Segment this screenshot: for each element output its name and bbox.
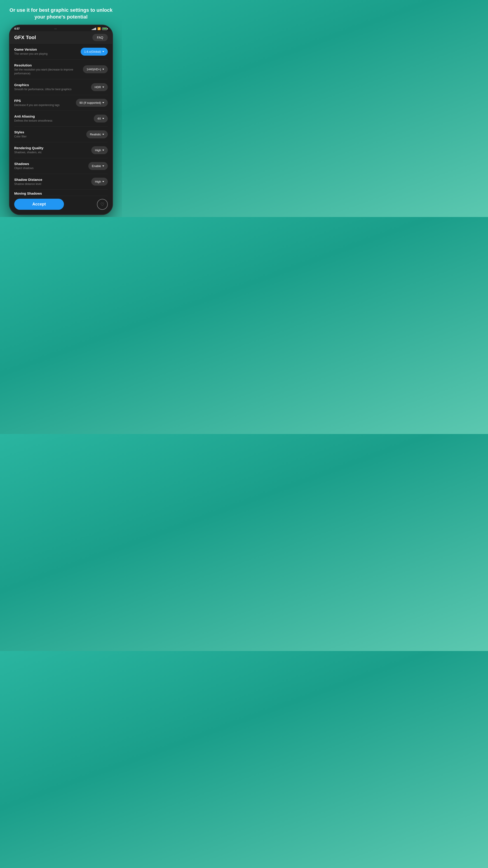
chevron-down-icon bbox=[102, 181, 104, 182]
setting-label-shadows: Shadows Object shadows bbox=[14, 162, 86, 170]
setting-title-shadows: Shadows bbox=[14, 162, 86, 166]
setting-label-graphics: Graphics Smooth for performance, Ultra f… bbox=[14, 83, 88, 91]
setting-row-graphics: Graphics Smooth for performance, Ultra f… bbox=[14, 79, 108, 95]
app-title: GFX Tool bbox=[14, 35, 36, 40]
chevron-down-icon bbox=[102, 134, 104, 135]
setting-control-rendering-quality: High bbox=[91, 146, 108, 154]
chevron-down-icon bbox=[102, 150, 104, 151]
setting-desc-shadows: Object shadows bbox=[14, 166, 86, 170]
setting-label-fps: FPS Decrease if you are experiencing lag… bbox=[14, 99, 73, 107]
setting-row-game-version: Game Version The version you are playing… bbox=[14, 44, 108, 60]
setting-row-shadow-distance: Shadow Distance Shadow distance level Hi… bbox=[14, 174, 108, 190]
setting-title-graphics: Graphics bbox=[14, 83, 88, 87]
setting-title-resolution: Resolution bbox=[14, 63, 80, 67]
chevron-down-icon bbox=[102, 118, 104, 119]
status-notification-dots: ··· bbox=[55, 28, 57, 30]
setting-dropdown-styles[interactable]: Realistic bbox=[86, 130, 108, 138]
page-tagline: Or use it for best graphic settings to u… bbox=[0, 0, 122, 25]
setting-control-fps: 90 (If supported) bbox=[76, 99, 108, 107]
setting-dropdown-shadow-distance[interactable]: High bbox=[91, 178, 108, 186]
status-bar: 4:57 ··· 📶 bbox=[10, 25, 112, 31]
setting-desc-rendering-quality: Shadows, shaders, etc bbox=[14, 151, 89, 154]
setting-label-game-version: Game Version The version you are playing bbox=[14, 48, 78, 56]
setting-desc-fps: Decrease if you are experiencing lags bbox=[14, 103, 73, 107]
chevron-down-icon bbox=[102, 102, 104, 103]
setting-value-shadows: Enable bbox=[92, 164, 101, 168]
setting-row-styles: Styles Color filter Realistic bbox=[14, 127, 108, 143]
setting-value-shadow-distance: High bbox=[95, 180, 101, 183]
favorite-button[interactable]: ♡ bbox=[97, 199, 108, 210]
chevron-down-icon bbox=[102, 87, 104, 88]
accept-button[interactable]: Accept bbox=[14, 199, 64, 210]
setting-row-moving-shadows: Moving Shadows bbox=[14, 190, 108, 196]
phone-mockup: 4:57 ··· 📶 GFX Tool FAQ bbox=[9, 25, 113, 215]
status-icons: 📶 bbox=[92, 27, 108, 30]
wifi-icon: 📶 bbox=[97, 27, 101, 30]
setting-title-styles: Styles bbox=[14, 130, 84, 134]
setting-control-styles: Realistic bbox=[86, 130, 108, 138]
setting-dropdown-rendering-quality[interactable]: High bbox=[91, 146, 108, 154]
setting-row-anti-aliasing: Anti Aliasing Defines the texture smooth… bbox=[14, 111, 108, 127]
setting-label-resolution: Resolution Set the resolution you want (… bbox=[14, 63, 80, 75]
chevron-down-icon bbox=[102, 165, 104, 166]
setting-dropdown-anti-aliasing[interactable]: 4X bbox=[94, 115, 108, 123]
setting-value-styles: Realistic bbox=[90, 133, 101, 136]
setting-title-fps: FPS bbox=[14, 99, 73, 103]
setting-dropdown-shadows[interactable]: Enable bbox=[88, 162, 108, 170]
setting-row-rendering-quality: Rendering Quality Shadows, shaders, etc … bbox=[14, 143, 108, 158]
setting-control-shadow-distance: High bbox=[91, 178, 108, 186]
chevron-down-icon bbox=[102, 69, 104, 70]
setting-dropdown-game-version[interactable]: 1.6.x(Global) bbox=[80, 48, 108, 56]
setting-row-resolution: Resolution Set the resolution you want (… bbox=[14, 60, 108, 79]
faq-button[interactable]: FAQ bbox=[92, 34, 108, 41]
setting-title-anti-aliasing: Anti Aliasing bbox=[14, 114, 91, 118]
settings-list: Game Version The version you are playing… bbox=[10, 44, 112, 196]
battery-icon bbox=[102, 28, 108, 30]
signal-icon bbox=[92, 27, 96, 30]
setting-label-moving-shadows: Moving Shadows bbox=[14, 191, 105, 196]
bottom-bar: Accept ♡ bbox=[10, 196, 112, 214]
setting-value-game-version: 1.6.x(Global) bbox=[84, 50, 101, 53]
app-header: GFX Tool FAQ bbox=[10, 31, 112, 44]
setting-value-fps: 90 (If supported) bbox=[79, 101, 101, 104]
setting-value-graphics: HDR bbox=[95, 86, 101, 89]
setting-dropdown-fps[interactable]: 90 (If supported) bbox=[76, 99, 108, 107]
setting-label-shadow-distance: Shadow Distance Shadow distance level bbox=[14, 178, 89, 186]
setting-desc-resolution: Set the resolution you want (decrease to… bbox=[14, 68, 80, 75]
setting-value-anti-aliasing: 4X bbox=[97, 117, 101, 120]
setting-desc-shadow-distance: Shadow distance level bbox=[14, 182, 89, 186]
setting-value-rendering-quality: High bbox=[95, 149, 101, 152]
setting-control-graphics: HDR bbox=[91, 83, 108, 91]
setting-title-rendering-quality: Rendering Quality bbox=[14, 146, 89, 150]
setting-title-moving-shadows: Moving Shadows bbox=[14, 191, 105, 195]
heart-icon: ♡ bbox=[100, 202, 104, 207]
status-time: 4:57 bbox=[14, 27, 20, 30]
setting-label-anti-aliasing: Anti Aliasing Defines the texture smooth… bbox=[14, 114, 91, 123]
setting-control-resolution: 1440(HD+) bbox=[83, 65, 108, 73]
chevron-down-icon bbox=[102, 51, 104, 52]
setting-desc-graphics: Smooth for performance, Ultra for best g… bbox=[14, 88, 88, 91]
setting-value-resolution: 1440(HD+) bbox=[87, 68, 101, 71]
setting-desc-styles: Color filter bbox=[14, 135, 84, 138]
setting-dropdown-graphics[interactable]: HDR bbox=[91, 83, 108, 91]
setting-title-shadow-distance: Shadow Distance bbox=[14, 178, 89, 182]
setting-row-fps: FPS Decrease if you are experiencing lag… bbox=[14, 95, 108, 111]
setting-control-game-version: 1.6.x(Global) bbox=[80, 48, 108, 56]
setting-control-anti-aliasing: 4X bbox=[94, 115, 108, 123]
setting-title-game-version: Game Version bbox=[14, 48, 78, 51]
setting-label-styles: Styles Color filter bbox=[14, 130, 84, 138]
setting-dropdown-resolution[interactable]: 1440(HD+) bbox=[83, 65, 108, 73]
setting-desc-anti-aliasing: Defines the texture smoothness bbox=[14, 119, 91, 123]
setting-control-shadows: Enable bbox=[88, 162, 108, 170]
setting-desc-game-version: The version you are playing bbox=[14, 52, 78, 56]
setting-label-rendering-quality: Rendering Quality Shadows, shaders, etc bbox=[14, 146, 89, 154]
setting-row-shadows: Shadows Object shadows Enable bbox=[14, 158, 108, 174]
